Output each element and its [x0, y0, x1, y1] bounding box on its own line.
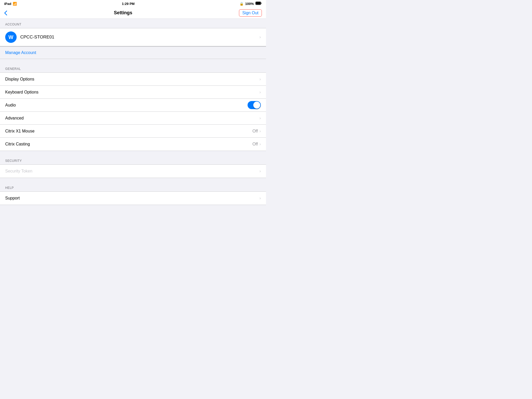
svg-rect-2: [261, 3, 262, 4]
status-time: 1:29 PM: [122, 2, 135, 6]
sign-out-button[interactable]: Sign Out: [239, 9, 262, 17]
status-left: iPad 📶: [4, 2, 17, 6]
citrix-x1-mouse-label: Citrix X1 Mouse: [5, 129, 252, 134]
nav-bar: Settings Sign Out: [0, 7, 266, 19]
battery-percent: 100%: [245, 2, 254, 6]
device-label: iPad: [4, 2, 11, 6]
security-token-row[interactable]: Security Token ›: [0, 165, 266, 178]
wifi-icon: 📶: [13, 2, 17, 6]
security-header-label: SECURITY: [5, 159, 22, 163]
citrix-casting-value: Off: [252, 142, 258, 147]
account-chevron-icon: ›: [260, 35, 261, 39]
audio-toggle[interactable]: [248, 101, 261, 109]
settings-content: ACCOUNT W CPCC-STORE01 › Manage Account …: [0, 19, 266, 205]
help-header-label: HELP: [5, 186, 14, 190]
status-right: 🔒 100%: [240, 2, 262, 6]
spacer-1: [0, 151, 266, 155]
manage-account-row[interactable]: Manage Account: [0, 46, 266, 59]
advanced-row[interactable]: Advanced ›: [0, 112, 266, 125]
help-group: Support ›: [0, 191, 266, 205]
toggle-thumb: [253, 102, 260, 109]
back-button[interactable]: [4, 10, 7, 16]
keyboard-options-row[interactable]: Keyboard Options ›: [0, 86, 266, 99]
account-row[interactable]: W CPCC-STORE01 ›: [0, 28, 266, 46]
lock-icon: 🔒: [240, 2, 244, 6]
keyboard-options-chevron-icon: ›: [260, 90, 261, 95]
general-group: Display Options › Keyboard Options › Aud…: [0, 72, 266, 151]
display-options-chevron-icon: ›: [260, 77, 261, 82]
page-title: Settings: [114, 10, 132, 16]
account-section-header: ACCOUNT: [0, 19, 266, 28]
support-label: Support: [5, 196, 260, 201]
battery-icon: [255, 2, 262, 6]
security-section-header: SECURITY: [0, 155, 266, 164]
security-group: Security Token ›: [0, 164, 266, 178]
display-options-row[interactable]: Display Options ›: [0, 73, 266, 86]
advanced-chevron-icon: ›: [260, 116, 261, 121]
audio-row[interactable]: Audio: [0, 99, 266, 112]
spacer-2: [0, 178, 266, 182]
support-chevron-icon: ›: [260, 196, 261, 201]
security-token-label: Security Token: [5, 169, 260, 174]
toggle-track: [248, 101, 261, 109]
support-row[interactable]: Support ›: [0, 192, 266, 205]
account-header-label: ACCOUNT: [5, 23, 21, 26]
citrix-x1-mouse-chevron-icon: ›: [260, 129, 261, 134]
security-token-chevron-icon: ›: [260, 169, 261, 174]
advanced-label: Advanced: [5, 116, 260, 121]
avatar-letter: W: [9, 34, 14, 40]
account-name: CPCC-STORE01: [20, 35, 260, 40]
citrix-x1-mouse-row[interactable]: Citrix X1 Mouse Off ›: [0, 125, 266, 138]
citrix-casting-label: Citrix Casting: [5, 142, 252, 147]
audio-label: Audio: [5, 103, 248, 108]
svg-rect-1: [256, 2, 261, 5]
display-options-label: Display Options: [5, 77, 260, 82]
help-section-header: HELP: [0, 182, 266, 191]
manage-account-label: Manage Account: [5, 50, 36, 55]
general-section-header: GENERAL: [0, 63, 266, 72]
keyboard-options-label: Keyboard Options: [5, 90, 260, 95]
citrix-x1-mouse-value: Off: [252, 129, 258, 134]
citrix-casting-row[interactable]: Citrix Casting Off ›: [0, 138, 266, 151]
account-group: W CPCC-STORE01 ›: [0, 28, 266, 46]
citrix-casting-chevron-icon: ›: [260, 142, 261, 147]
status-bar: iPad 📶 1:29 PM 🔒 100%: [0, 0, 266, 7]
general-header-label: GENERAL: [5, 67, 21, 71]
avatar: W: [5, 31, 17, 43]
